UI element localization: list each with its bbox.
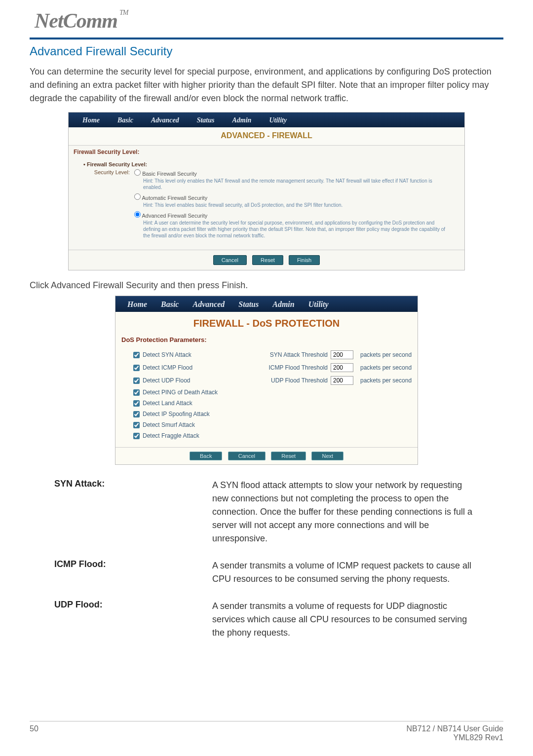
radio-automatic-label: Automatic Firewall Security — [142, 195, 208, 201]
input-syn-threshold[interactable] — [331, 350, 353, 359]
page-heading-advanced-firewall: ADVANCED - FIREWALL — [69, 127, 464, 145]
button-row-2: Back Cancel Reset Next — [115, 448, 418, 464]
cb-ping-of-death[interactable]: Detect PING of Death Attack — [133, 389, 434, 396]
cancel-button[interactable]: Cancel — [213, 255, 247, 265]
unit-icmp: packets per second — [360, 364, 434, 371]
cb-udp[interactable]: Detect UDP Flood — [133, 377, 242, 384]
radio-automatic[interactable]: Automatic Firewall Security Hint: This l… — [134, 193, 450, 208]
cb-ip-spoofing[interactable]: Detect IP Spoofing Attack — [133, 411, 434, 417]
footer-right: NB712 / NB714 User Guide YML829 Rev1 — [406, 724, 503, 742]
security-level-label: Security Level: — [83, 169, 133, 175]
security-level-options: Basic Firewall Security Hint: This level… — [134, 169, 450, 242]
radio-basic-label: Basic Firewall Security — [142, 171, 197, 177]
guide-rev: YML829 Rev1 — [406, 733, 503, 742]
def-syn: SYN Attack: A SYN flood attack attempts … — [54, 479, 479, 545]
hint-automatic: Hint: This level enables basic firewall … — [143, 202, 450, 208]
unit-syn: packets per second — [360, 351, 434, 358]
desc-udp: A sender transmits a volume of requests … — [212, 600, 479, 640]
tab-status[interactable]: Status — [188, 114, 224, 127]
cb-icmp[interactable]: Detect ICMP Flood — [133, 364, 242, 371]
th-icmp: ICMP Flood Threshold — [242, 364, 331, 371]
next-button[interactable]: Next — [311, 452, 343, 460]
intro-paragraph: You can determine the security level for… — [30, 65, 503, 105]
section-title: Advanced Firewall Security — [30, 44, 503, 58]
brand-name: NetComm — [35, 9, 117, 32]
term-icmp: ICMP Flood: — [54, 559, 212, 586]
input-udp-threshold[interactable] — [331, 376, 353, 385]
dos-grid: Detect SYN Attack SYN Attack Threshold p… — [115, 350, 418, 447]
definitions: SYN Attack: A SYN flood attack attempts … — [54, 479, 479, 640]
cb-syn[interactable]: Detect SYN Attack — [133, 351, 242, 358]
radio-advanced-label: Advanced Firewall Security — [142, 213, 208, 219]
hint-advanced: Hint: A user can determine the security … — [143, 220, 450, 239]
brand-logo: NetCommTM — [35, 9, 128, 33]
desc-icmp: A sender transmits a volume of ICMP requ… — [212, 559, 479, 586]
unit-udp: packets per second — [360, 377, 434, 384]
header-rule — [30, 38, 503, 39]
th-udp: UDP Flood Threshold — [242, 377, 331, 384]
row-title: • Firewall Security Level: — [83, 161, 456, 167]
guide-name: NB712 / NB714 User Guide — [406, 724, 503, 733]
firewall-level-body: • Firewall Security Level: Security Leve… — [69, 157, 464, 250]
tab-admin[interactable]: Admin — [223, 114, 260, 127]
tab2-basic[interactable]: Basic — [154, 298, 186, 312]
back-button[interactable]: Back — [190, 452, 222, 460]
tab-basic[interactable]: Basic — [109, 114, 142, 127]
finish-button[interactable]: Finish — [289, 255, 320, 265]
tab-home[interactable]: Home — [74, 114, 109, 127]
radio-basic[interactable]: Basic Firewall Security Hint: This level… — [134, 169, 450, 190]
tab2-utility[interactable]: Utility — [302, 298, 336, 312]
cb-fraggle[interactable]: Detect Fraggle Attack — [133, 432, 434, 439]
radio-automatic-input[interactable] — [134, 193, 141, 200]
input-icmp-threshold[interactable] — [331, 363, 353, 372]
panel-title-firewall-level: Firewall Security Level: — [69, 145, 464, 157]
tab-utility[interactable]: Utility — [260, 114, 296, 127]
radio-advanced[interactable]: Advanced Firewall Security Hint: A user … — [134, 211, 450, 239]
footer: 50 NB712 / NB714 User Guide YML829 Rev1 — [30, 721, 503, 742]
reset-button[interactable]: Reset — [252, 255, 283, 265]
th-syn: SYN Attack Threshold — [242, 351, 331, 358]
button-row-1: Cancel Reset Finish — [69, 250, 464, 270]
page-number: 50 — [30, 724, 38, 742]
term-udp: UDP Flood: — [54, 600, 212, 640]
cb-smurf[interactable]: Detect Smurf Attack — [133, 421, 434, 428]
navbar-2: Home Basic Advanced Status Admin Utility — [115, 296, 418, 312]
def-icmp: ICMP Flood: A sender transmits a volume … — [54, 559, 479, 586]
tab2-status[interactable]: Status — [231, 298, 266, 312]
term-syn: SYN Attack: — [54, 479, 212, 545]
radio-advanced-input[interactable] — [134, 211, 141, 218]
hint-basic: Hint: This level only enables the NAT fi… — [143, 178, 450, 190]
def-udp: UDP Flood: A sender transmits a volume o… — [54, 600, 479, 640]
panel-title-dos: DoS Protection Parameters: — [115, 334, 418, 350]
cancel-button-2[interactable]: Cancel — [228, 452, 266, 460]
tab2-admin[interactable]: Admin — [266, 298, 301, 312]
screenshot-dos-protection: Home Basic Advanced Status Admin Utility… — [115, 296, 418, 465]
caption-text: Click Advanced Firewall Security and the… — [30, 280, 503, 291]
navbar: Home Basic Advanced Status Admin Utility — [69, 113, 464, 127]
tab2-advanced[interactable]: Advanced — [186, 298, 231, 312]
screenshot-firewall-level: Home Basic Advanced Status Admin Utility… — [68, 112, 465, 270]
brand-tm: TM — [119, 9, 128, 16]
desc-syn: A SYN flood attack attempts to slow your… — [212, 479, 479, 545]
radio-basic-input[interactable] — [134, 169, 141, 176]
page-heading-dos: FIREWALL - DoS PROTECTION — [115, 312, 418, 334]
cb-land[interactable]: Detect Land Attack — [133, 400, 434, 407]
tab2-home[interactable]: Home — [120, 298, 154, 312]
tab-advanced[interactable]: Advanced — [142, 114, 188, 127]
reset-button-2[interactable]: Reset — [271, 452, 306, 460]
